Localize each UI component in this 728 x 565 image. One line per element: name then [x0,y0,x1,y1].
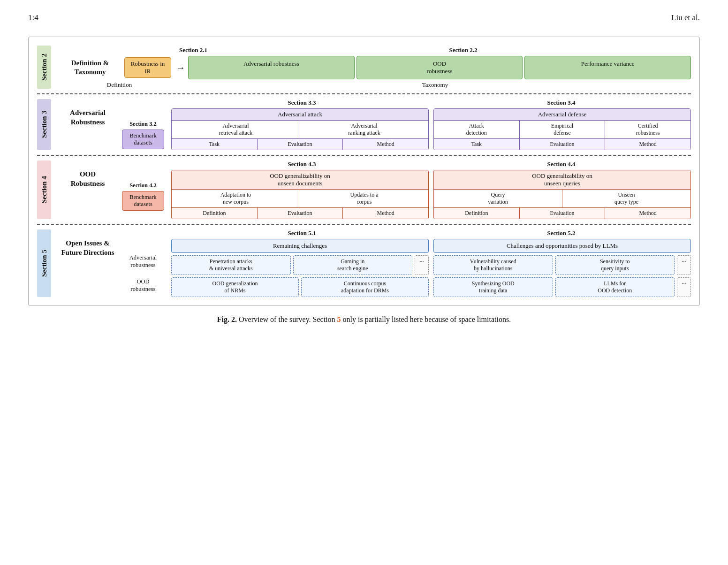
section2-row: Section 2 Section 2.1 Section 2.2 Defini… [37,46,691,89]
performance-variance-box: Performance variance [524,56,691,79]
adv-defense-subheader: Attack detection Empirical defense Certi… [434,121,690,138]
section51-label: Section 5.1 [172,229,432,237]
section4-title-col: OODRobustness [60,170,116,191]
section3-content: Section 3.3 Section 3.4 AdversarialRobus… [55,99,691,150]
adv-attack-table: Adversarial attack Adversarialretrieval … [171,108,429,150]
section4-header-row: Section 4.3 Section 4.4 [60,160,691,168]
ood-queries-subheader: Queryvariation Unseenquery type [434,190,690,207]
figure-caption: Fig. 2. Overview of the survey. Section … [28,315,700,324]
section5-header-row: Section 5.1 Section 5.2 [60,229,691,237]
section2-header-spacer [60,46,151,54]
section3-body: AdversarialRobustness Section 3.2 Benchm… [60,108,691,150]
benchmark-datasets-s3: Benchmarkdatasets [122,130,164,149]
llms-ood-box: LLMs forOOD detection [555,277,675,297]
ood-docs-table: OOD generalizability onunseen documents … [171,170,429,219]
section2-header-row: Section 2.1 Section 2.2 [60,46,691,54]
section34-block: Adversarial defense Attack detection Emp… [433,108,691,150]
section5-label: Section 5 [37,229,51,297]
section3-row: Section 3 Section 3.3 Section 3.4 Advers… [37,99,691,150]
adapt-corpus-cell: Adaptation tonew corpus [172,190,300,207]
section5-labels-col: Adversarialrobustness OODrobustness [120,239,167,293]
adv-attack-method-row: Task Evaluation Method [172,138,428,150]
llm-challenges-box: Challenges and opportunities posed by LL… [433,239,691,253]
section3-title-col: AdversarialRobustness [60,108,116,130]
ood-robustness-box: OODrobustness [356,56,523,79]
section51-block: Remaining challenges Penetration attacks… [171,239,429,297]
remaining-challenges-box: Remaining challenges [171,239,429,253]
vulnerability-box: Vulnerability causedby hallucinations [433,255,553,275]
method-s4: Method [343,208,428,219]
section52-block: Challenges and opportunities posed by LL… [433,239,691,297]
section43-label: Section 4.3 [172,160,432,168]
attack-det-cell: Attack detection [434,121,520,138]
section2-label: Section 2 [37,46,51,89]
s51-ood-row: OOD generalizationof NRMs Continuous cor… [171,277,429,297]
taxonomy-boxes: Adversarial robustness OODrobustness Per… [188,56,691,79]
def-s4: Definition [172,208,258,219]
def2-s4: Definition [434,208,520,219]
section2-bottom-labels: Definition Taxonomy [60,81,691,89]
section5-body: Open Issues &Future Directions Adversari… [60,239,691,297]
s5-header-spacer [60,229,172,237]
certified-cell: Certified robustness [605,121,690,138]
s4-header-spacer [60,160,172,168]
adv-ret-cell: Adversarialretrieval attack [172,121,300,138]
method-cell-s3: Method [343,139,428,150]
eval2-s4: Evaluation [520,208,606,219]
s52-adv-row: Vulnerability causedby hallucinations Se… [433,255,691,275]
page-number: 1:4 [28,13,38,23]
ood-queries-method-row: Definition Evaluation Method [434,207,690,219]
dots-box-1: ··· [415,255,429,275]
section4-content: Section 4.3 Section 4.4 OODRobustness Se… [55,160,691,219]
robustness-ir-col: Robustness inIR [124,57,171,78]
robustness-ir-box: Robustness inIR [124,57,171,78]
section4-row: Section 4 Section 4.3 Section 4.4 OODRob… [37,160,691,219]
section21-label: Section 2.1 [151,46,235,54]
section42-col: Section 4.2 Benchmarkdatasets [120,170,167,211]
empirical-def-cell: Empirical defense [520,121,606,138]
dots-box-3: ··· [677,277,691,297]
adversarial-robustness-box: Adversarial robustness [188,56,355,79]
section44-block: OOD generalizability onunseen queries Qu… [433,170,691,219]
caption-rest: only is partially listed here because of… [343,315,511,323]
s3-header-spacer [60,99,172,107]
adv-attack-header: Adversarial attack [172,109,428,121]
author-label: Liu et al. [671,13,700,23]
section3-title: AdversarialRobustness [70,108,106,127]
adv-rank-cell: Adversarialranking attack [300,121,428,138]
continuous-box: Continuous corpusadaptation for DRMs [301,277,429,297]
adv-robustness-label: Adversarialrobustness [120,254,167,269]
section34-label: Section 3.4 [432,99,691,107]
adv-attack-subheader: Adversarialretrieval attack Adversarialr… [172,121,428,138]
gaming-box: Gaming insearch engine [293,255,413,275]
task2-cell-s3: Task [434,139,520,150]
method2-cell-s3: Method [605,139,690,150]
penetration-box: Penetration attacks& universal attacks [171,255,291,275]
ood-robustness-label: OODrobustness [120,278,167,293]
section2-title-col: Definition &Taxonomy [60,59,121,77]
ood-queries-table: OOD generalizability onunseen queries Qu… [433,170,691,219]
main-diagram: Section 2 Section 2.1 Section 2.2 Defini… [28,37,700,306]
caption-section-num: 5 [337,315,341,323]
definition-label: Definition [60,81,179,89]
sensitivity-box: Sensitivity toquery inputs [555,255,675,275]
section4-label: Section 4 [37,160,51,219]
section44-label: Section 4.4 [432,160,691,168]
updates-corpus-cell: Updates to acorpus [300,190,428,207]
section32-col: Section 3.2 Benchmarkdatasets [120,108,167,149]
section2-title: Definition &Taxonomy [71,59,109,77]
benchmark-datasets-s4: Benchmarkdatasets [122,191,164,211]
section5-title: Open Issues &Future Directions [61,239,114,257]
section5-row: Section 5 Section 5.1 Section 5.2 Open I… [37,229,691,297]
method2-s4: Method [605,208,690,219]
eval-cell-s3: Evaluation [258,139,343,150]
divider3 [37,224,691,225]
ood-queries-header: OOD generalizability onunseen queries [434,170,690,190]
divider1 [37,93,691,94]
taxonomy-label: Taxonomy [179,81,691,89]
section2-content: Section 2.1 Section 2.2 Definition &Taxo… [55,46,691,89]
section33-label: Section 3.3 [172,99,432,107]
ood-docs-header: OOD generalizability onunseen documents [172,170,428,190]
caption-text: Overview of the survey. Section [239,315,337,323]
synthesizing-box: Synthesizing OODtraining data [433,277,553,297]
